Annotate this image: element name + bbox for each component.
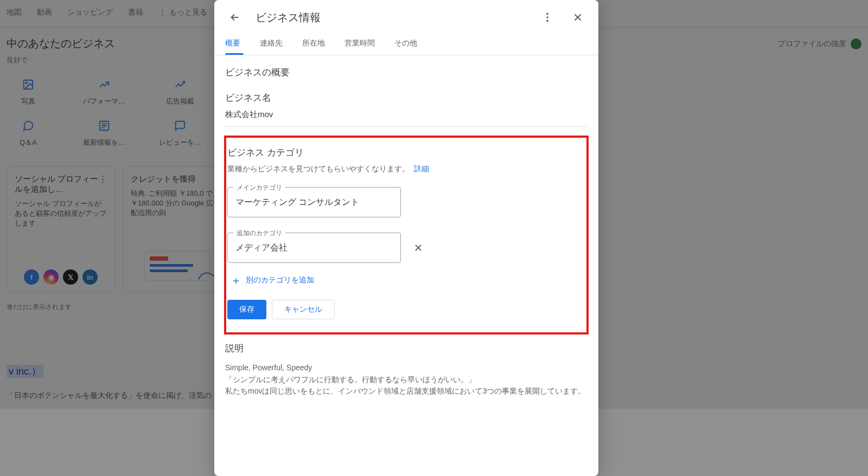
tab-contact[interactable]: 連絡先 <box>260 31 283 55</box>
business-name-label: ビジネス名 <box>225 92 588 104</box>
business-info-dialog: ビジネス情報 概要 連絡先 所在地 営業時間 その他 ビジネスの概要 ビジネス名… <box>214 0 598 476</box>
tab-other[interactable]: その他 <box>394 31 417 55</box>
svg-point-8 <box>546 16 548 18</box>
back-button[interactable] <box>225 8 245 27</box>
additional-category-label: 追加のカテゴリ <box>233 229 285 238</box>
main-category-field[interactable]: メインカテゴリ <box>227 187 401 217</box>
tab-hours[interactable]: 営業時間 <box>344 31 375 55</box>
svg-point-9 <box>546 20 548 22</box>
svg-point-7 <box>546 13 548 15</box>
dialog-header: ビジネス情報 <box>214 0 598 35</box>
additional-category-input[interactable] <box>235 243 393 262</box>
remove-category-button[interactable] <box>411 242 426 253</box>
main-category-input[interactable] <box>235 197 393 217</box>
overview-section-heading: ビジネスの概要 <box>225 66 588 79</box>
add-category-link[interactable]: ＋ 別のカテゴリを追加 <box>231 275 585 286</box>
save-button[interactable]: 保存 <box>227 300 266 319</box>
dialog-body[interactable]: ビジネスの概要 ビジネス名 株式会社mov ビジネス カテゴリ 業種からビジネス… <box>214 55 598 476</box>
divider <box>225 126 588 127</box>
description-line1: Simple, Powerful, Speedy <box>225 362 588 374</box>
category-highlight-box: ビジネス カテゴリ 業種からビジネスを見つけてもらいやすくなります。 詳細 メイ… <box>224 136 589 335</box>
more-options-button[interactable] <box>538 8 557 27</box>
dialog-title: ビジネス情報 <box>256 10 527 25</box>
category-heading: ビジネス カテゴリ <box>227 146 585 159</box>
dialog-tabs: 概要 連絡先 所在地 営業時間 その他 <box>214 31 598 55</box>
plus-icon: ＋ <box>231 275 241 286</box>
main-category-label: メインカテゴリ <box>233 183 285 192</box>
tab-overview[interactable]: 概要 <box>225 31 240 55</box>
description-line3: 私たちmovは同じ思いをもとに、インバウンド領域と店舗支援領域において3つの事業… <box>225 385 588 397</box>
business-name-value: 株式会社mov <box>225 110 588 120</box>
cancel-button[interactable]: キャンセル <box>272 300 335 319</box>
learn-more-link[interactable]: 詳細 <box>414 164 429 173</box>
additional-category-field[interactable]: 追加のカテゴリ <box>227 233 401 263</box>
close-button[interactable] <box>568 8 588 27</box>
category-desc-text: 業種からビジネスを見つけてもらいやすくなります。 <box>227 164 410 173</box>
description-heading: 説明 <box>225 342 588 355</box>
description-section: 説明 Simple, Powerful, Speedy 「シンプルに考えパワフル… <box>225 342 588 397</box>
add-category-label: 別のカテゴリを追加 <box>246 275 314 285</box>
tab-location[interactable]: 所在地 <box>302 31 325 55</box>
category-description: 業種からビジネスを見つけてもらいやすくなります。 詳細 <box>227 164 585 174</box>
description-line2: 「シンプルに考えパワフルに行動する。行動するなら早いほうがいい。」 <box>225 374 588 386</box>
